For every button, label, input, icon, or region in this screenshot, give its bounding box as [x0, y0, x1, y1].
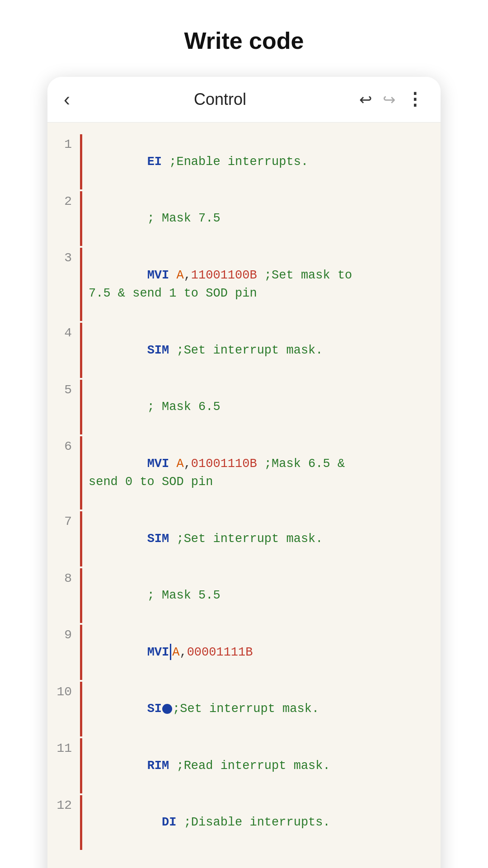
redo-button[interactable]: ↪ — [383, 90, 395, 108]
cursor-dot — [162, 704, 172, 714]
line-bar — [80, 248, 82, 321]
text-cursor — [170, 644, 171, 660]
line-bar — [80, 511, 82, 566]
code-line-10: 10 SI;Set interrupt mask. — [47, 681, 441, 738]
line-bar — [80, 436, 82, 509]
back-button[interactable]: ‹ — [64, 90, 70, 109]
line-bar — [80, 323, 82, 378]
line-bar — [80, 380, 82, 435]
code-editor[interactable]: 1 EI ;Enable interrupts. 2 ; Mask 7.5 3 … — [47, 123, 441, 868]
line-bar — [80, 738, 82, 793]
line-bar — [80, 191, 82, 246]
undo-button[interactable]: ↩ — [359, 90, 372, 108]
code-line-12: 12 DI ;Disable interrupts. 12 HLT ;Halt … — [47, 794, 441, 868]
line-bar — [80, 568, 82, 623]
code-line-1: 1 EI ;Enable interrupts. — [47, 133, 441, 190]
header-actions: ↩ ↪ ⋮ — [359, 90, 424, 109]
app-header: ‹ Control ↩ ↪ ⋮ — [47, 77, 441, 123]
code-line-7: 7 SIM ;Set interrupt mask. — [47, 510, 441, 567]
code-line-4: 4 SIM ;Set interrupt mask. — [47, 322, 441, 379]
line-bar — [80, 134, 82, 189]
code-line-11: 11 RIM ;Read interrupt mask. — [47, 737, 441, 794]
line-bar — [80, 795, 82, 850]
app-container: ‹ Control ↩ ↪ ⋮ 1 EI ;Enable interrupts.… — [47, 77, 441, 868]
line-bar — [80, 682, 82, 737]
line-bar — [80, 625, 82, 680]
header-title: Control — [81, 90, 359, 109]
code-line-8: 8 ; Mask 5.5 — [47, 567, 441, 624]
page-title: Write code — [184, 27, 304, 54]
code-line-3: 3 MVI A,11001100B ;Set mask to 7.5 & sen… — [47, 247, 441, 322]
code-line-2: 2 ; Mask 7.5 — [47, 190, 441, 247]
code-line-9: 9 MVIA,00001111B — [47, 624, 441, 681]
code-line-5: 5 ; Mask 6.5 — [47, 379, 441, 436]
code-line-6: 6 MVI A,01001110B ;Mask 6.5 & send 0 to … — [47, 435, 441, 510]
more-button[interactable]: ⋮ — [406, 90, 424, 109]
